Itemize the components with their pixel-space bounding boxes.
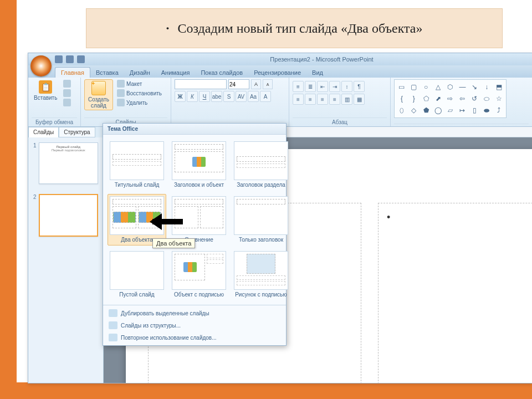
align-center-icon[interactable]: ≡ <box>305 94 316 105</box>
justify-icon[interactable]: ≡ <box>329 94 340 105</box>
panel-tab-outline[interactable]: Структура <box>59 127 95 137</box>
shape-12[interactable]: ⬈ <box>433 93 444 104</box>
shape-6[interactable]: ↘ <box>469 81 480 92</box>
layout-option-7[interactable]: Объект с подписью <box>170 249 228 300</box>
shape-0[interactable]: ▭ <box>396 81 407 92</box>
shape-4[interactable]: ⬡ <box>445 81 456 92</box>
shape-24[interactable]: ▯ <box>469 105 480 116</box>
delete-button[interactable]: Удалить <box>115 98 163 107</box>
shape-2[interactable]: ○ <box>421 81 432 92</box>
layout-option-5[interactable]: Только заголовок <box>232 194 290 245</box>
shape-9[interactable]: { <box>396 93 407 104</box>
dd-footer-item-1[interactable]: Слайды из структуры... <box>103 319 286 331</box>
bullets-icon[interactable]: ≡ <box>293 81 304 92</box>
shape-20[interactable]: ⬟ <box>421 105 432 116</box>
group-drawing: ▭▢○△⬡—↘↓⬒{}⬠⬈⇨⇦↺⬭☆⬯◇⬟◯▱↦▯⬬⤴ <box>391 78 532 126</box>
decor-left-bar <box>0 0 17 399</box>
shrink-font-icon[interactable]: A <box>263 79 273 89</box>
body-text: • <box>387 212 532 223</box>
slide-panel: Слайды Структура 1 Первый слайдПервый по… <box>28 127 104 383</box>
font-btn-5[interactable]: AV <box>236 91 247 102</box>
thumb-2[interactable]: 2 <box>32 192 100 238</box>
textdir-icon[interactable]: ¶ <box>354 81 365 92</box>
new-slide-icon <box>91 81 106 95</box>
tab-design[interactable]: Дизайн <box>124 68 156 78</box>
indent-inc-icon[interactable]: ⇥ <box>329 81 340 92</box>
layout-option-2[interactable]: Заголовок раздела <box>232 139 290 191</box>
align-left-icon[interactable]: ≡ <box>293 94 304 105</box>
font-btn-4[interactable]: S <box>223 91 234 102</box>
font-btn-1[interactable]: К <box>187 91 198 102</box>
align-right-icon[interactable]: ≡ <box>317 94 328 105</box>
columns-icon[interactable]: ▥ <box>341 94 352 105</box>
shape-13[interactable]: ⇨ <box>445 93 456 104</box>
group-label-clipboard: Буфер обмена <box>32 117 77 125</box>
reset-button[interactable]: Восстановить <box>115 89 163 98</box>
indent-dec-icon[interactable]: ⇤ <box>317 81 328 92</box>
font-btn-7[interactable]: A <box>260 91 271 102</box>
shape-8[interactable]: ⬒ <box>493 81 504 92</box>
tab-view[interactable]: Вид <box>306 68 329 78</box>
font-btn-2[interactable]: Ч <box>199 91 210 102</box>
shape-22[interactable]: ▱ <box>445 105 456 116</box>
new-slide-button[interactable]: Создать слайд <box>84 79 113 110</box>
shape-7[interactable]: ↓ <box>481 81 492 92</box>
font-btn-0[interactable]: Ж <box>175 91 186 102</box>
group-paragraph: ≡≣⇤⇥↕¶ ≡≡≡≡▥▦ Абзац <box>289 78 391 126</box>
panel-tab-slides[interactable]: Слайды <box>28 127 59 137</box>
layout-option-6[interactable]: Пустой слайд <box>108 249 166 300</box>
shape-21[interactable]: ◯ <box>433 105 444 116</box>
convert-icon[interactable]: ▦ <box>354 94 365 105</box>
shape-25[interactable]: ⬬ <box>481 105 492 116</box>
shape-19[interactable]: ◇ <box>408 105 420 116</box>
group-clipboard: 📋Вставить Буфер обмена <box>28 78 81 126</box>
group-slides: Создать слайд Макет Восстановить Удалить… <box>81 78 171 126</box>
format-painter-button[interactable] <box>62 98 73 107</box>
shapes-gallery[interactable]: ▭▢○△⬡—↘↓⬒{}⬠⬈⇨⇦↺⬭☆⬯◇⬟◯▱↦▯⬬⤴ <box>394 79 507 118</box>
layout-tooltip: Два объекта <box>152 238 195 248</box>
redo-icon[interactable] <box>77 55 85 63</box>
copy-button[interactable] <box>62 89 73 98</box>
tab-home[interactable]: Главная <box>55 67 90 78</box>
shape-3[interactable]: △ <box>433 81 444 92</box>
undo-icon[interactable] <box>66 55 74 63</box>
cut-button[interactable] <box>62 79 73 88</box>
layout-option-1[interactable]: Заголовок и объект <box>170 139 228 191</box>
office-button[interactable] <box>30 55 52 76</box>
dd-footer-item-2[interactable]: Повторное использование слайдов... <box>103 331 286 344</box>
instruction-banner: Создадим новый тип слайда «Два объекта» <box>86 8 503 48</box>
font-btn-6[interactable]: Aa <box>248 91 259 102</box>
font-size-input[interactable] <box>228 79 249 89</box>
shape-10[interactable]: } <box>408 93 420 104</box>
tab-review[interactable]: Рецензирование <box>248 68 306 78</box>
shape-1[interactable]: ▢ <box>408 81 420 92</box>
shape-5[interactable]: — <box>457 81 468 92</box>
shape-15[interactable]: ↺ <box>469 93 480 104</box>
title-bar: Презентация2 - Microsoft PowerPoint <box>28 53 532 65</box>
layout-option-0[interactable]: Титульный слайд <box>108 139 166 191</box>
dd-footer-item-0[interactable]: Дублировать выделенные слайды <box>103 307 286 319</box>
thumb-number: 1 <box>33 142 37 184</box>
shape-16[interactable]: ⬭ <box>481 93 492 104</box>
tab-slideshow[interactable]: Показ слайдов <box>195 68 248 78</box>
linespacing-icon[interactable]: ↕ <box>341 81 352 92</box>
shape-23[interactable]: ↦ <box>457 105 468 116</box>
layout-option-8[interactable]: Рисунок с подписью <box>232 249 290 300</box>
grow-font-icon[interactable]: A <box>251 79 261 89</box>
layout-button[interactable]: Макет <box>115 79 163 88</box>
numbering-icon[interactable]: ≣ <box>305 81 316 92</box>
shape-17[interactable]: ☆ <box>493 93 504 104</box>
thumb-1[interactable]: 1 Первый слайдПервый подзаголовок <box>32 141 100 186</box>
paste-button[interactable]: 📋Вставить <box>32 79 59 102</box>
shape-11[interactable]: ⬠ <box>421 93 432 104</box>
save-icon[interactable] <box>55 55 63 63</box>
font-name-input[interactable] <box>175 79 227 89</box>
tab-insert[interactable]: Вставка <box>90 68 124 78</box>
font-btn-3[interactable]: abe <box>211 91 222 102</box>
group-label-paragraph: Абзац <box>293 117 387 125</box>
shape-14[interactable]: ⇦ <box>457 93 468 104</box>
content-right-placeholder[interactable]: • <box>378 203 532 383</box>
shape-18[interactable]: ⬯ <box>396 105 407 116</box>
shape-26[interactable]: ⤴ <box>493 105 504 116</box>
tab-animation[interactable]: Анимация <box>156 68 196 78</box>
